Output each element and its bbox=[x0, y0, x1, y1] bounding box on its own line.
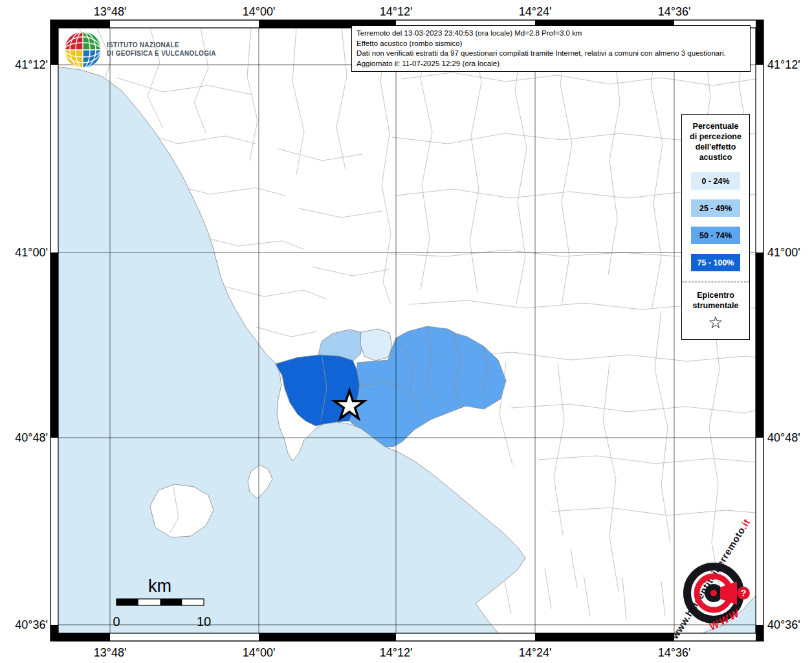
axis-label-right-3: 40°48' bbox=[767, 431, 800, 444]
axis-label-right-1: 41°12' bbox=[767, 58, 800, 71]
scale-bar-start: 0 bbox=[113, 614, 120, 629]
axis-label-bottom-5: 14°36' bbox=[658, 646, 691, 659]
axis-label-right-2: 41°00' bbox=[767, 246, 800, 259]
event-info-line2: Effetto acustico (rombo sismico) bbox=[357, 39, 745, 49]
legend-epicenter-line2: strumentale bbox=[685, 300, 746, 311]
legend-swatch-50-74: 50 - 74% bbox=[691, 227, 740, 244]
hsit-question-mark: ? bbox=[741, 588, 747, 598]
axis-label-top-4: 14°24' bbox=[519, 5, 552, 18]
event-info-line3: Dati non verificati estratti da 97 quest… bbox=[357, 49, 745, 59]
legend-star-icon: ☆ bbox=[685, 313, 746, 332]
axis-label-top-3: 14°12' bbox=[380, 5, 413, 18]
legend-epicenter-line1: Epicentro bbox=[685, 290, 746, 300]
axis-label-right-4: 40°36' bbox=[767, 618, 800, 631]
scale-bar-end: 10 bbox=[197, 614, 211, 629]
axis-label-left-4: 40°36' bbox=[15, 618, 48, 631]
legend-title-line2: di percezione bbox=[685, 131, 746, 142]
region-0-24 bbox=[360, 329, 392, 361]
event-info-box: Terremoto del 13-03-2023 23:40:53 (ora l… bbox=[351, 25, 751, 72]
earthquake-map-page: 13°48' 14°00' 14°12' 14°24' 14°36' 13°48… bbox=[0, 0, 812, 663]
axis-label-bottom-4: 14°24' bbox=[519, 646, 552, 659]
legend-divider bbox=[682, 282, 749, 282]
ingv-globe-icon bbox=[65, 32, 101, 68]
axis-label-left-3: 40°48' bbox=[15, 431, 48, 444]
axis-label-bottom-2: 14°00' bbox=[243, 646, 276, 659]
ingv-name-line2: DI GEOFISICA E VULCANOLOGIA bbox=[107, 50, 216, 57]
event-info-line4: Aggiornato il: 11-07-2025 12:29 (ora loc… bbox=[357, 59, 745, 69]
axis-label-top-2: 14°00' bbox=[243, 5, 276, 18]
legend-swatch-25-49: 25 - 49% bbox=[691, 199, 740, 217]
axis-label-top-5: 14°36' bbox=[658, 5, 691, 18]
legend-title-line1: Percentuale bbox=[685, 121, 746, 131]
legend: Percentuale di percezione dell'effetto a… bbox=[681, 114, 750, 340]
axis-label-left-2: 41°00' bbox=[15, 246, 48, 259]
legend-title-line4: acustico bbox=[685, 152, 746, 163]
legend-swatch-75-100: 75 - 100% bbox=[691, 254, 740, 271]
axis-label-bottom-1: 13°48' bbox=[94, 646, 127, 659]
axis-label-bottom-3: 14°12' bbox=[380, 646, 413, 659]
legend-title: Percentuale di percezione dell'effetto a… bbox=[685, 121, 746, 163]
ingv-name-line1: ISTITUTO NAZIONALE bbox=[107, 41, 179, 49]
legend-epicenter-title: Epicentro strumentale bbox=[685, 290, 746, 311]
legend-title-line3: dell'effetto bbox=[685, 142, 746, 152]
legend-swatch-0-24: 0 - 24% bbox=[691, 172, 740, 190]
axis-label-left-1: 41°12' bbox=[15, 58, 48, 71]
event-info-line1: Terremoto del 13-03-2023 23:40:53 (ora l… bbox=[357, 28, 745, 39]
scale-bar-unit: km bbox=[148, 576, 171, 596]
axis-label-top-1: 13°48' bbox=[94, 5, 127, 18]
